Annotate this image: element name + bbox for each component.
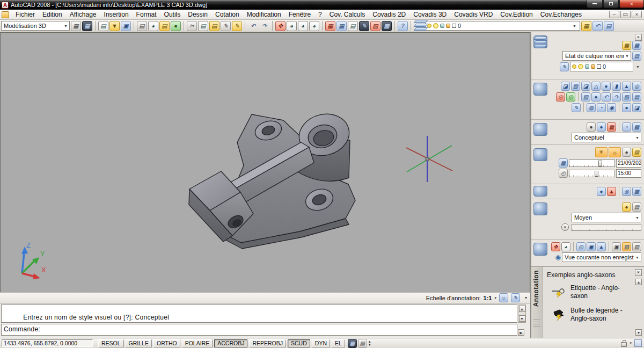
- plot-preview-icon[interactable]: ◕: [148, 21, 158, 31]
- menu-fichier[interactable]: Fichier: [12, 10, 39, 19]
- cancel-render-button[interactable]: ×: [561, 223, 569, 231]
- undo-icon[interactable]: ↶: [248, 21, 258, 31]
- toggle-el[interactable]: EL: [332, 339, 345, 347]
- command-history[interactable]: Entrez un nom de style visuel ou [?]: Co…: [1, 305, 517, 323]
- shadows-icon[interactable]: ●: [622, 148, 631, 157]
- time-slider[interactable]: [569, 170, 615, 177]
- mdi-minimize-button[interactable]: –: [609, 11, 619, 18]
- copy-icon[interactable]: ▤: [198, 21, 208, 31]
- toggle-reperobj[interactable]: REPEROBJ: [249, 339, 286, 347]
- menu-modification[interactable]: Modification: [243, 10, 285, 19]
- tray-spinner-icon[interactable]: ▲▼: [368, 340, 371, 346]
- zoom-icon[interactable]: ◕: [561, 242, 570, 251]
- swivel-icon[interactable]: ▣: [587, 242, 596, 251]
- workspace-settings-icon[interactable]: ▦: [71, 21, 81, 31]
- palette-tab-annotation[interactable]: Annotation: [531, 267, 543, 338]
- cut-icon[interactable]: ✂: [187, 21, 197, 31]
- palette-grip[interactable]: [533, 320, 540, 328]
- command-scrollbar[interactable]: ▲ ▼: [518, 305, 526, 323]
- toggle-ortho[interactable]: ORTHO: [153, 339, 180, 347]
- layer-properties-manager-icon[interactable]: ▦: [336, 21, 347, 31]
- intersect-icon[interactable]: ◉: [607, 103, 616, 112]
- parallel-projection-icon[interactable]: ▧: [622, 242, 631, 251]
- scroll-right-icon[interactable]: ▶: [518, 329, 524, 336]
- mdi-close-button[interactable]: ×: [632, 11, 642, 18]
- visual-style-sphere-icon[interactable]: ●: [597, 122, 606, 132]
- thicken-icon[interactable]: ▤: [632, 92, 641, 102]
- calendar-icon[interactable]: ▦: [559, 158, 568, 168]
- model-space-icon[interactable]: ▦: [348, 339, 357, 348]
- menu-affichage[interactable]: Affichage: [66, 10, 100, 19]
- navigation-panel-icon[interactable]: [533, 243, 547, 256]
- menu-cov-echanges[interactable]: Cov.Echanges: [537, 10, 586, 19]
- drawing-file-icon[interactable]: [2, 11, 9, 18]
- sheet-set-manager-icon[interactable]: ▤: [348, 21, 358, 31]
- box-icon[interactable]: ▧: [571, 82, 580, 91]
- visual-style-manager-icon[interactable]: ▩: [632, 122, 641, 132]
- view-combo[interactable]: Vue courante non enregist ▼: [562, 252, 641, 262]
- planar-surface-icon[interactable]: ▧: [622, 92, 631, 102]
- 3d-make-panel-icon[interactable]: [533, 83, 547, 96]
- material-mapping-icon[interactable]: ◎: [622, 187, 631, 196]
- date-slider-thumb[interactable]: [598, 161, 602, 166]
- view-restore-icon[interactable]: ◉: [555, 253, 561, 261]
- 3d-orbit-y-icon[interactable]: ◎: [566, 92, 575, 102]
- markup-set-manager-icon[interactable]: ✎: [359, 21, 369, 31]
- 3d-orbit-x-icon[interactable]: ◎: [556, 92, 565, 102]
- publish-icon[interactable]: ▤: [159, 21, 170, 31]
- menu-edition[interactable]: Edition: [39, 10, 66, 19]
- palette-scroll-up-icon[interactable]: ▲: [635, 279, 642, 285]
- annotation-autoscale-icon[interactable]: ✎: [511, 293, 520, 302]
- menu-covadis-vrd[interactable]: Covadis VRD: [450, 10, 496, 19]
- slice-icon[interactable]: ◪: [632, 103, 641, 112]
- drawing-canvas[interactable]: Z Y X: [0, 32, 530, 292]
- paste-icon[interactable]: ▤: [209, 21, 219, 31]
- quickcalc-icon[interactable]: ▩: [382, 21, 392, 31]
- visual-style-panel-icon[interactable]: [533, 123, 547, 136]
- restore-button[interactable]: [603, 0, 619, 8]
- save-icon[interactable]: ▣: [121, 21, 131, 31]
- pan-icon[interactable]: ✥: [275, 21, 286, 31]
- layers-stack-icon[interactable]: [414, 21, 424, 31]
- render-output-icon[interactable]: ▤: [632, 202, 641, 212]
- toggle-grille[interactable]: GRILLE: [126, 339, 152, 347]
- light-panel-icon[interactable]: [533, 148, 547, 161]
- torus-icon[interactable]: ◎: [632, 82, 641, 91]
- palette-scroll-down-icon[interactable]: ▼: [635, 329, 642, 336]
- scroll-down-icon[interactable]: ▼: [519, 315, 525, 322]
- face-color-mode-icon[interactable]: ▦: [607, 122, 616, 132]
- open-file-icon[interactable]: ▼: [109, 21, 120, 31]
- sun-status-button[interactable]: ☀: [595, 147, 608, 157]
- materials-panel-icon[interactable]: [533, 186, 547, 197]
- apply-material-icon[interactable]: ▲: [607, 187, 616, 196]
- layer-states-manager-icon[interactable]: ▤: [632, 52, 641, 61]
- chevron-down-icon[interactable]: ▾: [630, 341, 632, 345]
- layer-isolate-icon[interactable]: ▦: [632, 41, 641, 50]
- lock-toolbars-icon[interactable]: [621, 342, 627, 347]
- clock-icon[interactable]: ◴: [559, 169, 568, 178]
- menu-cov-calculs[interactable]: Cov. Calculs: [326, 10, 369, 19]
- pencil-icon[interactable]: ✎: [221, 21, 231, 31]
- palette-item-etiquette[interactable]: Etiquette - Anglo-saxon: [552, 284, 634, 300]
- perspective-projection-icon[interactable]: ▧: [632, 242, 641, 251]
- union-icon[interactable]: ◍: [587, 103, 596, 112]
- layer-combo[interactable]: 0 ▼: [425, 21, 580, 31]
- command-input[interactable]: Commande:: [1, 324, 517, 336]
- subtract-icon[interactable]: ◔: [597, 103, 606, 112]
- time-slider-thumb[interactable]: [595, 171, 598, 177]
- layer-previous-icon[interactable]: ↶: [592, 21, 603, 31]
- toggle-scud[interactable]: SCUD: [288, 339, 310, 347]
- render-panel-icon[interactable]: [533, 202, 547, 215]
- status-tray-menu-icon[interactable]: ▾: [525, 295, 527, 300]
- layer-state-combo[interactable]: Etat de calque non enr ▼: [562, 51, 631, 61]
- convert-to-solid-icon[interactable]: ✎: [572, 103, 581, 112]
- toggle-resol[interactable]: RESOL: [98, 339, 124, 347]
- render-quality-combo[interactable]: Moyen ▼: [572, 213, 641, 222]
- sphere-icon[interactable]: ●: [602, 82, 611, 91]
- title-bar[interactable]: A AutoCAD 2008 - [C:\Users\madani info\D…: [0, 0, 644, 10]
- interfere-icon[interactable]: ●: [622, 103, 631, 112]
- date-field[interactable]: 21/09/202: [616, 159, 641, 168]
- pyramid-icon[interactable]: ▲: [622, 82, 631, 91]
- dashboard-close-button[interactable]: ×: [635, 34, 642, 41]
- xray-mode-icon[interactable]: ◔: [622, 122, 631, 132]
